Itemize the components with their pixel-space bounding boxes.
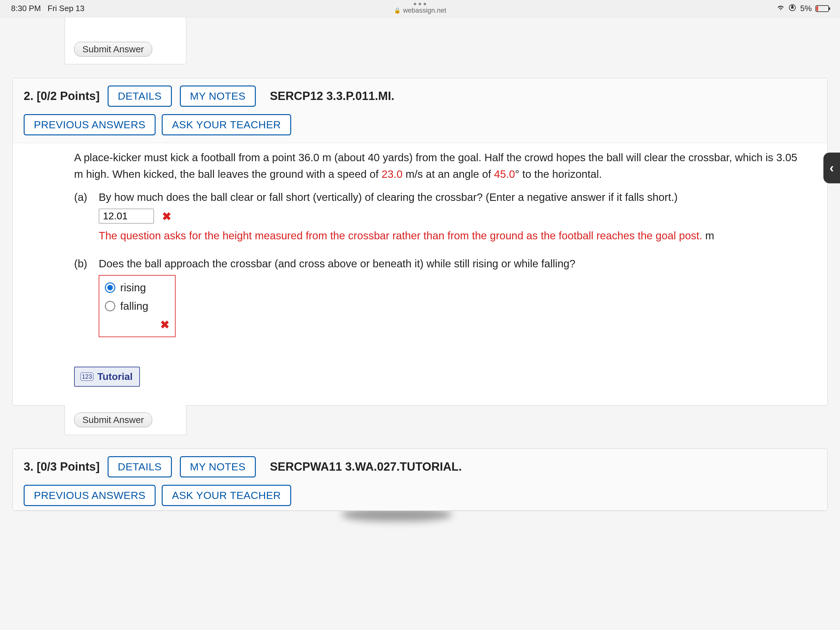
question-2-card: 2. [0/2 Points] DETAILS MY NOTES SERCP12… <box>12 78 828 405</box>
tutorial-button[interactable]: 123 Tutorial <box>74 367 140 387</box>
date-text: Fri Sep 13 <box>47 4 85 13</box>
question-number: 2. [0/2 Points] <box>24 90 99 103</box>
prev-question-footer: Submit Answer <box>65 17 186 64</box>
question-code: SERCP12 3.3.P.011.MI. <box>270 90 395 103</box>
question-2-footer: Submit Answer <box>65 405 186 435</box>
collapse-panel-tab[interactable]: ‹ <box>823 153 840 184</box>
part-a-answer-input[interactable] <box>99 209 154 224</box>
wifi-icon <box>777 4 785 13</box>
submit-answer-button[interactable]: Submit Answer <box>74 42 152 57</box>
lock-icon: 🔒 <box>394 7 401 14</box>
tabs-dots-icon <box>414 3 426 5</box>
part-b: (b) Does the ball approach the crossbar … <box>74 255 809 337</box>
part-b-radio-group: rising falling ✖ <box>99 275 175 337</box>
question-2-body: A place-kicker must kick a football from… <box>13 143 827 405</box>
my-notes-button[interactable]: MY NOTES <box>180 85 256 107</box>
submit-answer-button[interactable]: Submit Answer <box>74 413 152 427</box>
status-right: 5% <box>777 4 829 14</box>
question-intro: A place-kicker must kick a football from… <box>74 149 809 183</box>
part-a-text: By how much does the ball clear or fall … <box>99 189 809 206</box>
status-left: 8:30 PM Fri Sep 13 <box>11 4 85 13</box>
details-button[interactable]: DETAILS <box>107 85 172 107</box>
previous-answers-button[interactable]: PREVIOUS ANSWERS <box>24 114 156 135</box>
radio-label: rising <box>120 279 146 296</box>
question-number: 3. [0/3 Points] <box>24 460 99 473</box>
radio-label: falling <box>120 298 148 314</box>
radio-icon <box>105 282 115 293</box>
clock-text: 8:30 PM <box>11 4 41 13</box>
part-a-label: (a) <box>74 189 93 244</box>
battery-pct: 5% <box>800 4 812 13</box>
angle-value: 45.0 <box>494 168 515 180</box>
my-notes-button[interactable]: MY NOTES <box>180 456 256 477</box>
radio-option-rising[interactable]: rising <box>105 279 169 296</box>
orientation-lock-icon <box>788 4 796 14</box>
ask-teacher-button[interactable]: ASK YOUR TEACHER <box>162 114 291 135</box>
part-b-label: (b) <box>74 255 93 337</box>
details-button[interactable]: DETAILS <box>107 456 172 477</box>
ask-teacher-button[interactable]: ASK YOUR TEACHER <box>162 485 291 506</box>
chevron-left-icon: ‹ <box>829 161 834 175</box>
part-a-feedback: The question asks for the height measure… <box>99 227 809 244</box>
incorrect-icon: ✖ <box>162 210 171 223</box>
previous-answers-button[interactable]: PREVIOUS ANSWERS <box>24 485 156 506</box>
status-bar: 8:30 PM Fri Sep 13 🔒 webassign.net 5% <box>0 0 840 17</box>
question-2-header: 2. [0/2 Points] DETAILS MY NOTES SERCP12… <box>13 78 827 143</box>
url-text: webassign.net <box>403 6 447 14</box>
speed-value: 23.0 <box>382 168 403 180</box>
part-a: (a) By how much does the ball clear or f… <box>74 189 809 244</box>
url-bar[interactable]: 🔒 webassign.net <box>394 3 447 14</box>
tutorial-icon: 123 <box>80 372 93 381</box>
question-code: SERCPWA11 3.WA.027.TUTORIAL. <box>270 460 462 473</box>
incorrect-icon: ✖ <box>105 316 169 334</box>
part-a-unit: m <box>705 230 714 242</box>
question-3-card: 3. [0/3 Points] DETAILS MY NOTES SERCPWA… <box>12 448 828 511</box>
question-3-header: 3. [0/3 Points] DETAILS MY NOTES SERCPWA… <box>13 449 827 511</box>
radio-icon <box>105 301 115 311</box>
radio-option-falling[interactable]: falling <box>105 298 169 314</box>
part-b-text: Does the ball approach the crossbar (and… <box>99 255 809 272</box>
tutorial-label: Tutorial <box>97 371 133 382</box>
battery-icon <box>815 5 829 12</box>
